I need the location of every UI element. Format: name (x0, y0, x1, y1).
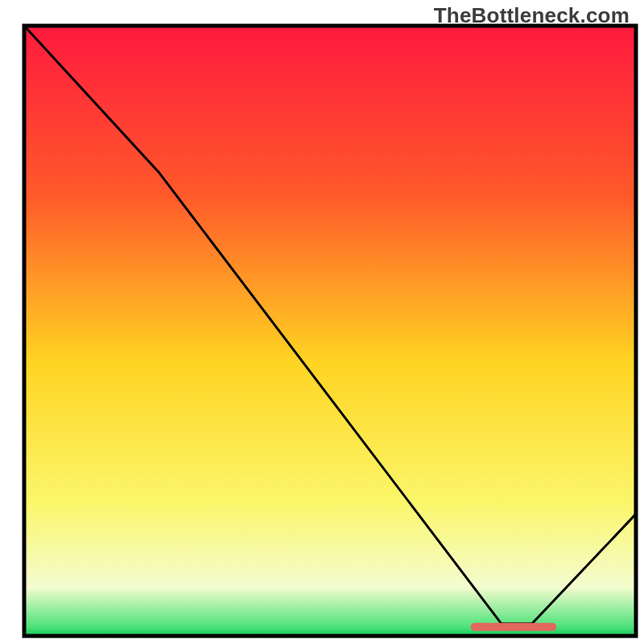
optimal-range-marker (471, 623, 556, 631)
bottleneck-chart (0, 0, 644, 644)
plot-background (24, 26, 636, 636)
chart-container: TheBottleneck.com (0, 0, 644, 644)
